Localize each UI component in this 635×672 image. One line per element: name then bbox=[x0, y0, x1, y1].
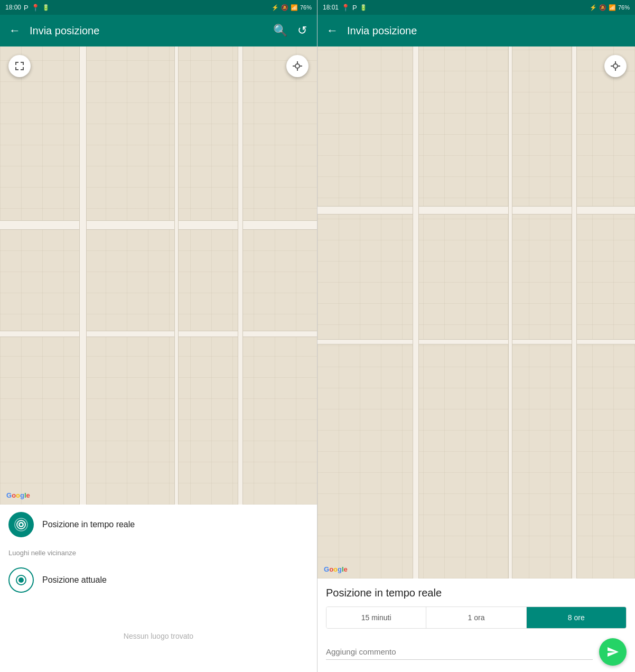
section-header: Luoghi nelle vicinanze bbox=[0, 545, 317, 560]
gps-button-left[interactable] bbox=[286, 55, 309, 77]
current-location-item[interactable]: Posizione attuale bbox=[0, 560, 317, 600]
mute-icon: 🔕 bbox=[281, 4, 288, 11]
app-bar-left: ← Invia posizione 🔍 ↺ bbox=[0, 15, 317, 46]
bluetooth-icon: ⚡ bbox=[272, 4, 279, 11]
option-8ore[interactable]: 8 ore bbox=[527, 607, 626, 628]
time-right: 18:01 bbox=[323, 4, 339, 11]
current-icon bbox=[8, 567, 34, 593]
gps-button-right[interactable] bbox=[604, 55, 627, 77]
battery-pct-right: 76% bbox=[618, 4, 630, 11]
app-bar-right: ← Invia posizione bbox=[318, 15, 635, 46]
comment-row bbox=[326, 636, 627, 666]
parking-icon-r: 📍 bbox=[341, 4, 350, 12]
no-places: Nessun luogo trovato bbox=[0, 600, 317, 672]
realtime-label: Posizione in tempo reale bbox=[42, 520, 135, 529]
battery-icon-left: 🔋 bbox=[42, 4, 50, 11]
battery-icon-right: 🔋 bbox=[360, 4, 367, 11]
send-button[interactable] bbox=[599, 638, 627, 666]
status-bar-left: 18:00 P 📍 🔋 ⚡ 🔕 📶 76% bbox=[0, 0, 317, 15]
realtime-title: Posizione in tempo reale bbox=[326, 587, 627, 599]
location-icon: 📍 bbox=[31, 4, 40, 12]
bottom-panel-left: Posizione in tempo reale Luoghi nelle vi… bbox=[0, 505, 317, 672]
google-logo-left: Google bbox=[6, 491, 30, 499]
map-left: Google bbox=[0, 46, 317, 505]
svg-point-0 bbox=[295, 64, 300, 68]
mute-icon-r: 🔕 bbox=[599, 4, 606, 11]
right-panel: 18:01 📍 P 🔋 ⚡ 🔕 📶 76% ← Invia posizione bbox=[318, 0, 635, 672]
left-panel: 18:00 P 📍 🔋 ⚡ 🔕 📶 76% ← Invia posizione … bbox=[0, 0, 318, 672]
back-button-left[interactable]: ← bbox=[7, 23, 22, 38]
option-1ora[interactable]: 1 ora bbox=[426, 607, 526, 628]
time-options: 15 minuti 1 ora 8 ore bbox=[326, 606, 627, 629]
google-logo-right: Google bbox=[324, 565, 348, 573]
p-icon-r: P bbox=[352, 4, 357, 12]
svg-point-11 bbox=[613, 64, 618, 68]
battery-pct-left: 76% bbox=[300, 4, 312, 11]
bluetooth-icon-r: ⚡ bbox=[590, 4, 597, 11]
realtime-icon bbox=[8, 512, 34, 537]
svg-point-9 bbox=[18, 577, 24, 583]
title-left: Invia posizione bbox=[30, 25, 265, 37]
title-right: Invia posizione bbox=[347, 25, 628, 37]
svg-point-8 bbox=[20, 524, 23, 526]
parking-icon: P bbox=[24, 4, 29, 12]
search-button-left[interactable]: 🔍 bbox=[273, 23, 287, 38]
refresh-button-left[interactable]: ↺ bbox=[295, 23, 310, 38]
option-15min[interactable]: 15 minuti bbox=[326, 607, 426, 628]
signal-icon-r: 📶 bbox=[609, 4, 616, 11]
realtime-location-item[interactable]: Posizione in tempo reale bbox=[0, 505, 317, 545]
map-right: Google bbox=[318, 46, 635, 578]
back-button-right[interactable]: ← bbox=[325, 23, 340, 38]
bottom-panel-right: Posizione in tempo reale 15 minuti 1 ora… bbox=[318, 578, 635, 672]
status-bar-right: 18:01 📍 P 🔋 ⚡ 🔕 📶 76% bbox=[318, 0, 635, 15]
expand-map-button[interactable] bbox=[8, 55, 31, 77]
time-left: 18:00 bbox=[5, 4, 21, 11]
current-label: Posizione attuale bbox=[42, 575, 107, 585]
signal-icon: 📶 bbox=[291, 4, 298, 11]
comment-input[interactable] bbox=[326, 644, 593, 660]
